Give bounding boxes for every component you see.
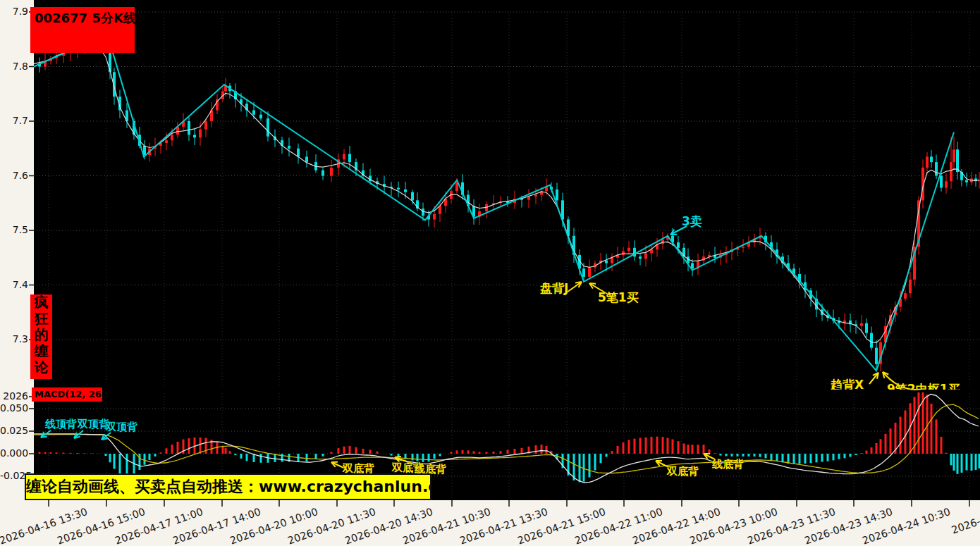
macd-tick-label: 0.025: [0, 425, 28, 436]
price-tick-label: 7.8: [0, 61, 28, 72]
promo-banner: 缠论自动画线、买卖点自动推送：www.crazychanlun.com: [25, 473, 431, 500]
macd-tick-label: 0.050: [0, 402, 28, 414]
price-tick-label: 7.9: [0, 6, 28, 17]
macd-params-box: MACD(12, 26, 9): [32, 387, 102, 402]
price-tick-label: 7.3: [0, 333, 28, 345]
price-tick-label: 7.5: [0, 224, 28, 235]
watermark-vertical-text: 疯狂的缠论: [30, 294, 52, 379]
price-tick-label: 7.6: [0, 170, 28, 181]
macd-tick-label: -0.025: [0, 470, 28, 481]
macd-tick-label: 0.000: [0, 447, 28, 459]
price-tick-label: 7.7: [0, 115, 28, 126]
macd-year-label: 2026: [0, 390, 28, 402]
chart-title: 002677 5分K线图: [35, 11, 135, 25]
chart-title-box: 002677 5分K线图: [30, 7, 135, 53]
price-tick-label: 7.4: [0, 279, 28, 290]
chart-canvas[interactable]: [0, 0, 980, 546]
stock-chart-window: 盘背J5笔1买3卖趋背X9笔2中枢1买 线顶背双顶背双顶背双底背双底背线底背双底…: [0, 0, 980, 546]
